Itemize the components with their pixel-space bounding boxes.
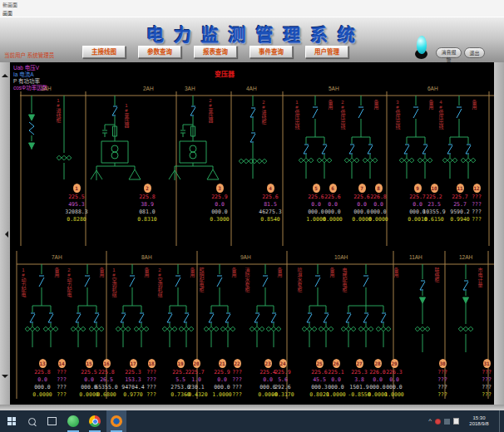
taskbar-app-scada[interactable] (106, 410, 126, 432)
feeder-label: 3#低压出线 (395, 100, 400, 130)
feeder-label: 备用 (277, 268, 282, 277)
readout-column: 6225.60.0000.00.0000 (318, 184, 348, 223)
feeder-label: 2#低压出线 (340, 100, 345, 130)
nav-event-query-button[interactable]: 事件查询 (250, 46, 293, 58)
readout-column: 12???????????? (462, 184, 492, 223)
readout-column: 14???????????? (47, 359, 77, 399)
feeder-number-badge[interactable]: 3 (216, 184, 224, 193)
feeder-number-badge[interactable]: 2 (144, 184, 151, 193)
feeder-number-badge[interactable]: 1 (73, 184, 81, 193)
power-factor-value: ??? (462, 216, 492, 223)
feeder-label: 1#低压出线 (294, 100, 299, 130)
tray-status-icon[interactable] (435, 419, 441, 425)
power-factor-value: 0.0000 (363, 216, 393, 223)
tray-notes-icon[interactable] (453, 418, 459, 425)
feeder-label: 备用 (231, 268, 236, 277)
feeder-number-badge[interactable]: 13 (39, 359, 47, 368)
feeder-label: 备用 (472, 100, 477, 110)
nav-report-query-button[interactable]: 报表查询 (194, 46, 237, 58)
feeder-label: 1#变压器 (124, 103, 129, 128)
feeder-number-badge[interactable]: 16 (103, 359, 111, 368)
clock-time: 15:30 (462, 415, 496, 421)
readout-column: 16225.826.565355.00.6800 (91, 359, 121, 399)
task-view-button[interactable] (42, 410, 62, 432)
feeder-number-badge[interactable]: 22 (234, 359, 241, 368)
current-user-label: 当前用户 系统管理员 (4, 51, 54, 59)
tray-expand-icon[interactable]: ^ (428, 418, 432, 425)
current-value: 81.5 (255, 201, 285, 209)
feeder-label: 2#空调机组 (157, 268, 162, 297)
feeder-label: 备用 (373, 100, 378, 110)
feeder-label: 消防水泵柜 (245, 268, 250, 292)
alarm-text: 变压器 (215, 69, 235, 78)
feeder-number-badge[interactable]: 18 (148, 359, 156, 368)
readout-column: 22???????????? (222, 359, 252, 399)
readout-column: 31???????????? (472, 359, 502, 399)
feeder-label: 1#进线柜 (56, 98, 61, 123)
taskbar-app-green[interactable] (63, 410, 83, 432)
feeder-label: 备用 (428, 100, 433, 110)
window-titlebar: 新画面 画面 (0, 0, 504, 17)
system-tray: ^ 15:30 2018/9/8 (428, 410, 504, 432)
readout-column: 3225.90.0000.00.3000 (205, 184, 235, 223)
voltage-value: ??? (136, 369, 166, 376)
feeder-number-badge[interactable]: 20 (193, 359, 200, 368)
start-button[interactable] (2, 410, 22, 432)
power-factor-value: ??? (222, 391, 252, 399)
current-value: ??? (47, 376, 77, 384)
feeder-label: 联络柜 (434, 268, 439, 282)
task-view-icon (47, 417, 57, 425)
power-value: 000.0 (205, 209, 235, 216)
feeder-label: 备用 (144, 268, 149, 277)
show-desktop-button[interactable] (499, 410, 502, 432)
feeder-number-badge[interactable]: 31 (483, 359, 491, 368)
readout-column: 29226.30.0000.01.0000 (379, 359, 409, 399)
power-value: 081.0 (132, 209, 162, 216)
taskbar-clock[interactable]: 15:30 2018/9/8 (462, 415, 496, 427)
feeder-number-badge[interactable]: 14 (58, 359, 66, 368)
screen: 新画面 画面 电 力 监 测 管 理 系 统 当前用户 系统管理员 主接线图参数… (0, 0, 504, 432)
nav-parameter-query-button[interactable]: 参数查询 (138, 46, 181, 58)
window-menu-item[interactable]: 画面 (2, 9, 12, 17)
feeder-number-badge[interactable]: 26 (333, 359, 340, 368)
search-button[interactable] (22, 410, 42, 432)
feeder-number-badge[interactable]: 30 (439, 359, 447, 368)
taskbar-app-browser[interactable] (85, 410, 105, 432)
voltage-value: ??? (47, 369, 77, 376)
feeder-label: 备用 (54, 268, 59, 277)
left-scroll-strip (0, 62, 10, 405)
feeder-number-badge[interactable]: 10 (431, 184, 438, 193)
feeder-number-badge[interactable]: 4 (267, 184, 274, 193)
clock-date: 2018/9/8 (462, 421, 496, 427)
alarm-lamp-icon (415, 36, 429, 59)
feeder-number-badge[interactable]: 12 (473, 184, 481, 193)
power-value: 32088.3 (62, 209, 91, 216)
feeder-label: 2#变压器 (208, 98, 213, 123)
header-bar: 电 力 监 测 管 理 系 统 当前用户 系统管理员 主接线图参数查询报表查询事… (0, 17, 504, 63)
feeder-number-badge[interactable]: 24 (279, 359, 287, 368)
bus-section-label: 4AH (246, 86, 257, 91)
nav-main-diagram-button[interactable]: 主接线图 (82, 46, 126, 58)
power-value: 46275.3 (255, 209, 285, 216)
scroll-up-arrow-icon[interactable] (2, 71, 8, 77)
feeder-number-badge[interactable]: 29 (391, 359, 398, 368)
mute-alarm-button[interactable]: 消音报警 (436, 47, 462, 58)
feeder-label: 2#进线柜 (261, 100, 266, 125)
power-value: ??? (472, 384, 502, 391)
feeder-label: 照明配电柜 (199, 268, 204, 292)
voltage-value: 225.6 (255, 194, 285, 201)
power-factor-value: 0.3000 (205, 216, 235, 223)
feeder-number-badge[interactable]: 6 (329, 184, 337, 193)
legend-item: P 有功功率 (13, 78, 40, 85)
feeder-number-badge[interactable]: 8 (375, 184, 383, 193)
nav-user-management-button[interactable]: 用户管理 (305, 46, 348, 58)
exit-button[interactable]: 退出 (464, 47, 485, 58)
readout-column: 8226.80.0000.00.0000 (363, 184, 393, 223)
tray-app-icon[interactable] (444, 419, 450, 425)
scroll-down-arrow-icon[interactable] (2, 375, 8, 381)
power-factor-value: ??? (427, 391, 457, 399)
power-value: 65355.0 (91, 384, 121, 391)
scroll-left-arrow-icon[interactable] (2, 231, 8, 238)
bus-section-label: 11AH (409, 254, 422, 260)
voltage-value: 226.3 (379, 369, 409, 376)
